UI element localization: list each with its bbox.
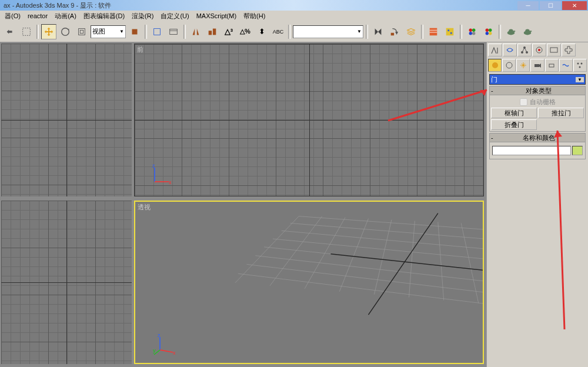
viewport-top[interactable]	[1, 44, 132, 196]
cameras-subtab[interactable]	[530, 59, 544, 72]
spinner-snap-button[interactable]: ⬍	[254, 24, 269, 39]
select-name-button[interactable]	[166, 24, 181, 39]
rollout-header[interactable]: -名称和颜色	[489, 133, 586, 142]
menu-item[interactable]: reactor	[24, 12, 51, 19]
selection-set-dropdown[interactable]: ▼	[293, 25, 363, 38]
systems-subtab[interactable]	[573, 59, 587, 72]
mirror-button[interactable]	[188, 24, 203, 39]
folding-door-button[interactable]: 折叠门	[491, 119, 537, 130]
spacewarps-subtab[interactable]	[559, 59, 573, 72]
svg-line-36	[270, 216, 322, 286]
axis-line	[66, 44, 67, 196]
svg-point-21	[486, 28, 489, 31]
select-button[interactable]	[149, 24, 165, 39]
quick-render-button[interactable]	[520, 24, 535, 39]
svg-line-41	[438, 222, 444, 300]
menu-item[interactable]: 动画(A)	[51, 12, 80, 21]
autogrid-label: 自动栅格	[530, 98, 556, 106]
shapes-subtab[interactable]	[502, 59, 516, 72]
svg-point-24	[489, 32, 492, 35]
color-swatch[interactable]	[572, 146, 583, 155]
redo-button[interactable]	[19, 24, 34, 39]
close-button[interactable]: ✕	[562, 1, 587, 10]
material-editor-button[interactable]	[465, 24, 480, 39]
snap-percent-button[interactable]: △%	[238, 24, 253, 39]
object-type-rollout: -对象类型 自动栅格 枢轴门 推拉门 折叠门	[489, 86, 586, 132]
render-scene-button[interactable]	[481, 24, 496, 39]
svg-point-74	[577, 63, 579, 65]
svg-point-75	[581, 63, 583, 65]
maximize-button[interactable]: ☐	[540, 1, 561, 10]
menu-item[interactable]: MAXScript(M)	[193, 12, 240, 19]
axis-line	[309, 44, 310, 196]
toolbar-separator	[366, 25, 368, 39]
undo-button[interactable]	[2, 24, 18, 39]
object-name-input[interactable]	[492, 146, 571, 155]
menu-item[interactable]: 图表编辑器(D)	[80, 12, 128, 21]
pivot-door-button[interactable]: 枢轴门	[491, 108, 537, 118]
svg-line-64	[522, 48, 524, 52]
autogrid-checkbox	[520, 98, 527, 106]
curve-editor-button[interactable]	[426, 24, 441, 39]
viewports-container: 前 z x 透视	[0, 42, 486, 367]
svg-rect-16	[450, 32, 452, 34]
sliding-door-button[interactable]: 推拉门	[538, 108, 584, 118]
display-tab[interactable]	[547, 44, 561, 56]
helpers-subtab[interactable]	[545, 59, 559, 72]
menu-item[interactable]: 自定义(U)	[157, 12, 192, 21]
svg-point-23	[486, 32, 489, 35]
rotate-button[interactable]	[58, 24, 73, 39]
svg-line-46	[290, 223, 483, 243]
svg-point-22	[489, 28, 492, 31]
toolbar-separator	[499, 25, 501, 39]
window-title: ax - Autodesk 3ds Max 9 - 显示 : 软件	[1, 1, 111, 10]
svg-point-29	[525, 29, 529, 32]
svg-point-71	[522, 64, 524, 66]
move-button[interactable]	[41, 24, 56, 39]
create-tab[interactable]	[488, 44, 502, 56]
hierarchy-tab[interactable]	[517, 44, 532, 56]
svg-rect-68	[550, 48, 557, 52]
axis-line	[66, 201, 67, 364]
category-dropdown[interactable]: 门▼	[489, 74, 586, 85]
geometry-subtab[interactable]	[488, 59, 502, 72]
menu-item[interactable]: 渲染(R)	[128, 12, 157, 21]
named-selection-button[interactable]: ABC	[270, 24, 286, 39]
snap-angle-button[interactable]: △³	[221, 24, 236, 39]
content-area: 前 z x 透视	[0, 42, 588, 367]
align-button[interactable]	[205, 24, 220, 39]
schematic-view-button[interactable]	[442, 24, 457, 39]
svg-rect-2	[79, 28, 85, 35]
viewport-left[interactable]	[1, 201, 132, 364]
reference-coord-dropdown[interactable]: 视图▼	[91, 25, 126, 38]
layers-button[interactable]	[403, 24, 419, 39]
lights-subtab[interactable]	[516, 59, 530, 72]
menu-bar: 器(O) reactor 动画(A) 图表编辑器(D) 渲染(R) 自定义(U)…	[0, 11, 588, 21]
main-toolbar: 视图▼ △³ △% ⬍ ABC ▼	[0, 21, 588, 42]
menu-item[interactable]: 帮助(H)	[240, 12, 269, 21]
rollout-header[interactable]: -对象类型	[489, 86, 586, 95]
viewport-perspective[interactable]: 透视	[134, 201, 484, 364]
motion-tab[interactable]	[532, 44, 546, 56]
name-color-rollout: -名称和颜色	[489, 133, 586, 159]
svg-line-37	[305, 218, 345, 289]
utilities-tab[interactable]	[562, 44, 576, 56]
svg-line-57	[160, 350, 173, 352]
minimize-button[interactable]: ─	[517, 1, 539, 10]
mirror-tool-button[interactable]	[370, 24, 386, 39]
svg-point-17	[469, 28, 472, 31]
svg-point-76	[579, 66, 581, 68]
pivot-center-button[interactable]	[127, 24, 142, 39]
modify-tab[interactable]	[503, 44, 517, 56]
svg-rect-11	[430, 28, 437, 35]
viewport-front[interactable]: 前 z x	[134, 44, 484, 196]
svg-text:x: x	[173, 350, 176, 356]
render-button[interactable]	[503, 24, 519, 39]
array-button[interactable]	[387, 24, 402, 39]
svg-rect-6	[170, 29, 178, 34]
toolbar-separator	[36, 25, 39, 39]
scale-button[interactable]	[74, 24, 89, 39]
window-controls: ─ ☐ ✕	[517, 1, 587, 10]
menu-item[interactable]: 器(O)	[1, 12, 24, 21]
toolbar-separator	[288, 25, 290, 39]
